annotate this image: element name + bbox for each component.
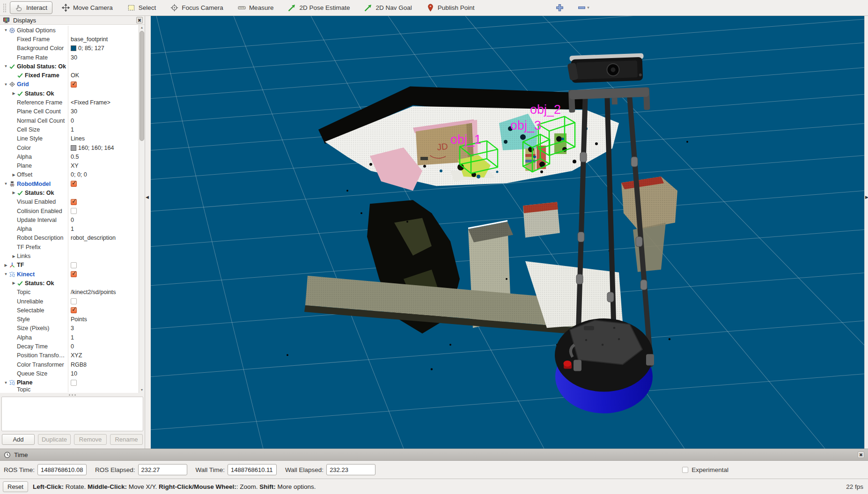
experimental-checkbox[interactable] <box>682 467 688 473</box>
add-button[interactable]: Add <box>2 434 35 445</box>
right-panel-splitter[interactable]: ▶ <box>864 16 868 449</box>
tool-button-2d-nav-goal[interactable]: 2D Nav Goal <box>359 1 417 14</box>
tree-row[interactable]: ▼Plane <box>0 378 139 387</box>
expander-icon[interactable]: ▶ <box>11 191 17 195</box>
expander-icon[interactable]: ▼ <box>3 82 9 87</box>
tree-row-value-cell[interactable]: 160; 160; 164 <box>68 143 139 152</box>
tree-row[interactable]: Topic <box>0 387 139 392</box>
checkbox-checked[interactable] <box>71 271 77 277</box>
tree-row-value-cell[interactable] <box>68 387 139 392</box>
tree-row-value-cell[interactable]: 0 <box>68 116 139 125</box>
tree-row[interactable]: Color160; 160; 164 <box>0 143 139 152</box>
checkbox-checked[interactable] <box>71 307 77 313</box>
expander-icon[interactable]: ▼ <box>3 64 9 68</box>
expander-icon[interactable]: ▼ <box>3 182 9 186</box>
left-panel-splitter[interactable]: ◀ <box>145 16 151 449</box>
tree-row[interactable]: Unreliable <box>0 297 139 306</box>
tree-row-value-cell[interactable] <box>68 261 139 270</box>
add-tool-button[interactable] <box>554 2 565 13</box>
expander-icon[interactable]: ▼ <box>3 28 9 32</box>
tree-row-value-cell[interactable] <box>68 243 139 251</box>
tree-row-value-cell[interactable]: Points <box>68 315 139 324</box>
tree-row[interactable]: TF Prefix <box>0 243 139 251</box>
toolbar-grip[interactable] <box>3 3 6 13</box>
tree-scrollbar[interactable]: ▲ ▼ <box>139 25 145 393</box>
tree-row-value-cell[interactable] <box>68 80 139 89</box>
tree-row[interactable]: Queue Size10 <box>0 369 139 378</box>
tree-row[interactable]: Alpha0.5 <box>0 152 139 161</box>
tree-row[interactable]: Alpha1 <box>0 225 139 234</box>
tool-button-move-camera[interactable]: Move Camera <box>57 1 118 14</box>
ros-time-input[interactable] <box>37 464 87 475</box>
tree-row[interactable]: ▶Links <box>0 251 139 260</box>
tree-row-value-cell[interactable]: <Fixed Frame> <box>68 98 139 107</box>
3d-viewport[interactable]: JD <box>151 16 864 449</box>
tool-button-publish-point[interactable]: Publish Point <box>421 1 480 14</box>
tree-row[interactable]: Topic/kinect2/sd/points <box>0 288 139 297</box>
expander-icon[interactable]: ▶ <box>11 254 17 258</box>
scroll-up-icon[interactable]: ▲ <box>139 25 145 30</box>
tree-row-value-cell[interactable] <box>68 206 139 215</box>
tree-row-value-cell[interactable] <box>68 378 139 387</box>
collapse-right-icon[interactable]: ▶ <box>865 195 868 199</box>
tree-row[interactable]: ▶Status: Ok <box>0 188 139 197</box>
tree-row-value-cell[interactable] <box>68 26 139 35</box>
tree-row[interactable]: Color TransformerRGB8 <box>0 360 139 369</box>
tree-row[interactable]: ▼Global Status: Ok <box>0 62 139 71</box>
checkbox-unchecked[interactable] <box>71 380 77 386</box>
expander-icon[interactable]: ▶ <box>3 263 9 267</box>
scrollbar-thumb[interactable] <box>140 31 144 141</box>
tree-row[interactable]: Position Transfo…XYZ <box>0 351 139 360</box>
tree-row[interactable]: Update Interval0 <box>0 215 139 224</box>
tree-row-value-cell[interactable]: 0; 85; 127 <box>68 44 139 53</box>
tree-row[interactable]: ▶Offset0; 0; 0 <box>0 170 139 179</box>
tool-button-2d-pose-estimate[interactable]: 2D Pose Estimate <box>283 1 355 14</box>
remove-tool-button[interactable]: ▼ <box>576 2 592 13</box>
tree-row-value-cell[interactable]: 1 <box>68 333 139 342</box>
expander-icon[interactable]: ▶ <box>11 173 17 177</box>
expander-icon[interactable]: ▶ <box>11 281 17 285</box>
checkbox-unchecked[interactable] <box>71 262 77 268</box>
tree-row-value-cell[interactable]: /kinect2/sd/points <box>68 288 139 297</box>
tree-row-value-cell[interactable] <box>68 179 139 188</box>
tree-row[interactable]: Robot Descriptionrobot_description <box>0 234 139 243</box>
tree-row-value-cell[interactable] <box>68 188 139 197</box>
checkbox-unchecked[interactable] <box>71 208 77 214</box>
tree-row-value-cell[interactable] <box>68 198 139 206</box>
tree-row[interactable]: Plane Cell Count30 <box>0 107 139 116</box>
checkbox-unchecked[interactable] <box>71 298 77 304</box>
tree-row[interactable]: Cell Size1 <box>0 125 139 134</box>
close-icon[interactable]: ✖ <box>136 17 143 23</box>
tool-button-interact[interactable]: Interact <box>10 1 52 14</box>
tree-row[interactable]: Normal Cell Count0 <box>0 116 139 125</box>
tool-button-select[interactable]: Select <box>122 1 162 14</box>
tree-row-value-cell[interactable]: 0 <box>68 215 139 224</box>
tree-row[interactable]: Selectable <box>0 306 139 315</box>
tree-row[interactable]: ▶Status: Ok <box>0 89 139 98</box>
checkbox-checked[interactable] <box>71 181 77 187</box>
tree-row[interactable]: Frame Rate30 <box>0 53 139 62</box>
wall-elapsed-input[interactable] <box>326 464 375 475</box>
tree-row-value-cell[interactable]: XYZ <box>68 351 139 360</box>
tree-row[interactable]: PlaneXY <box>0 161 139 170</box>
tree-row-value-cell[interactable] <box>68 297 139 306</box>
tree-row-value-cell[interactable]: 1 <box>68 225 139 234</box>
tree-row-value-cell[interactable] <box>68 89 139 98</box>
tree-row-value-cell[interactable]: RGB8 <box>68 360 139 369</box>
tree-row[interactable]: ▼Kinect <box>0 270 139 279</box>
tree-row-value-cell[interactable]: 0.5 <box>68 152 139 161</box>
tree-row[interactable]: Fixed Framebase_footprint <box>0 35 139 44</box>
tree-row[interactable]: ▶TF <box>0 261 139 270</box>
tree-row-value-cell[interactable] <box>68 62 139 71</box>
tree-row-value-cell[interactable]: OK <box>68 71 139 80</box>
close-icon[interactable]: ✖ <box>858 451 864 458</box>
tree-row-value-cell[interactable]: 1 <box>68 125 139 134</box>
wall-time-input[interactable] <box>228 464 277 475</box>
tree-row-value-cell[interactable]: XY <box>68 161 139 170</box>
tree-row[interactable]: StylePoints <box>0 315 139 324</box>
tree-row-value-cell[interactable]: 10 <box>68 369 139 378</box>
tree-row[interactable]: Collision Enabled <box>0 206 139 215</box>
collapse-left-icon[interactable]: ◀ <box>146 195 149 199</box>
expander-icon[interactable]: ▼ <box>3 272 9 276</box>
tree-row[interactable]: Line StyleLines <box>0 134 139 143</box>
